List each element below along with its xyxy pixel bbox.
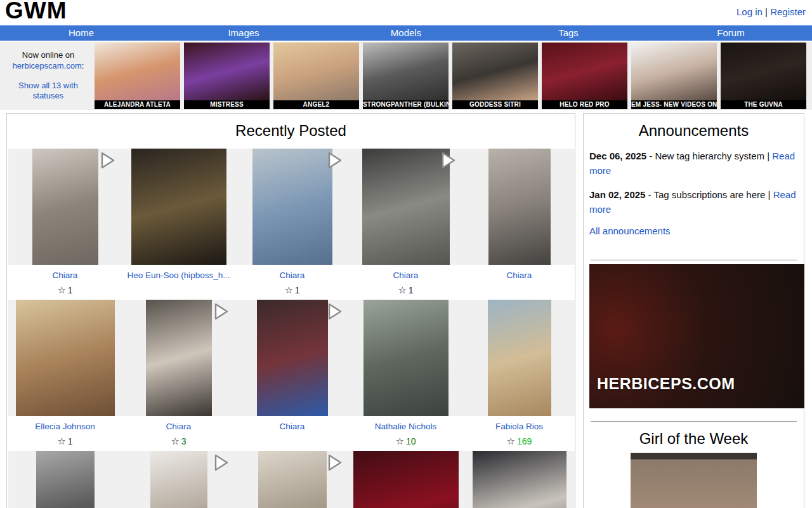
model-name-link[interactable]: Chiara <box>53 271 78 280</box>
post-photo[interactable] <box>32 149 98 265</box>
star-icon: ☆ <box>398 284 406 295</box>
post-photo[interactable] <box>363 300 449 416</box>
all-announcements-link[interactable]: All announcements <box>589 225 671 236</box>
online-model-thumb[interactable]: ALEJANDRA ATLETA <box>95 43 180 109</box>
model-name-link[interactable]: Nathalie Nichols <box>375 422 437 431</box>
colon: : <box>82 61 84 70</box>
nav-item[interactable]: Images <box>162 25 325 41</box>
nav-item[interactable]: Models <box>325 25 487 41</box>
online-model-thumb[interactable]: ANGEL2 <box>273 43 359 109</box>
online-model-thumb[interactable]: THE GUVNA <box>721 43 806 109</box>
model-name-link[interactable]: Chiara <box>280 422 305 431</box>
star-count: 1 <box>68 436 73 446</box>
online-model-thumb[interactable]: EM JESS- NEW VIDEOS ON <box>631 43 717 109</box>
post-photo[interactable] <box>488 300 551 416</box>
online-model-photo[interactable] <box>452 43 538 100</box>
recently-posted-title: Recently Posted <box>7 122 575 140</box>
announcement-item: Dec 06, 2025 - New tag hierarchy system … <box>589 149 798 178</box>
play-icon <box>440 150 457 170</box>
post-photo[interactable] <box>150 451 207 508</box>
post-photo[interactable] <box>473 451 566 508</box>
star-count: 1 <box>295 285 300 295</box>
post-photo[interactable] <box>258 451 327 508</box>
play-icon <box>326 150 343 170</box>
star-row <box>122 284 235 296</box>
star-count: 1 <box>409 285 414 295</box>
header: GWM Log in | Register <box>0 0 812 25</box>
model-name-link[interactable]: Heo Eun-Soo (hipboss_h... <box>127 271 230 280</box>
announcement-date: Dec 06, 2025 <box>589 150 646 161</box>
online-model-photo[interactable] <box>721 43 806 100</box>
post-thumb <box>235 451 349 508</box>
star-count: 1 <box>68 285 73 295</box>
post-thumb <box>349 300 462 416</box>
play-icon <box>326 302 343 321</box>
star-icon: ☆ <box>57 284 65 295</box>
online-model-photo[interactable] <box>631 43 717 100</box>
post-thumb <box>235 300 349 416</box>
nav-item[interactable]: Forum <box>650 25 812 41</box>
post-card: Chiara ☆3 <box>122 300 235 447</box>
star-icon: ☆ <box>284 284 292 295</box>
post-photo[interactable] <box>362 149 450 265</box>
post-card: Chiara <box>462 149 576 296</box>
model-name-link[interactable]: Chiara <box>393 271 419 280</box>
online-model-thumb[interactable]: MISTRESS <box>184 43 270 109</box>
post-photo[interactable] <box>257 300 328 416</box>
online-model-name: ALEJANDRA ATLETA <box>95 100 180 109</box>
play-icon <box>213 302 230 321</box>
online-model-photo[interactable] <box>95 43 180 100</box>
post-photo[interactable] <box>146 300 212 416</box>
announcement-text: - New tag hierarchy system | <box>646 150 772 161</box>
model-name-link[interactable]: Chiara <box>507 271 532 280</box>
model-name-link[interactable]: Chiara <box>280 271 305 280</box>
post-photo[interactable] <box>36 451 95 508</box>
post-photo[interactable] <box>252 149 332 265</box>
post-thumb <box>349 451 462 508</box>
post-thumb <box>349 149 462 265</box>
post-card: Chiara <box>235 300 349 447</box>
post-thumb <box>122 300 235 416</box>
model-name-link[interactable]: Ellecia Johnson <box>35 422 95 431</box>
online-model-thumb[interactable]: STRONGPANTHER (BULKIN <box>363 43 449 109</box>
star-row: ☆3 <box>122 436 235 447</box>
register-link[interactable]: Register <box>770 6 806 17</box>
post-card: Nathalie Nichols ☆10 <box>349 300 462 447</box>
online-model-name: THE GUVNA <box>721 100 806 109</box>
post-photo[interactable] <box>16 300 115 416</box>
show-all-statuses-link[interactable]: Show all 13 with statuses <box>18 81 78 101</box>
post-photo[interactable] <box>353 451 459 508</box>
site-logo[interactable]: GWM <box>5 0 67 24</box>
star-count: 3 <box>181 436 187 446</box>
star-row <box>235 436 349 447</box>
online-model-photo[interactable] <box>273 43 359 100</box>
online-model-name: MISTRESS <box>184 100 270 109</box>
sidebar: Announcements Dec 06, 2025 - New tag hie… <box>583 113 804 508</box>
online-model-thumb[interactable]: GODDESS SITRI <box>452 43 538 109</box>
post-photo[interactable] <box>131 149 226 265</box>
model-name-link[interactable]: Fabiola Rios <box>495 422 543 431</box>
herbicepscam-link[interactable]: herbicepscam.com <box>13 61 82 70</box>
star-row: ☆1 <box>349 284 462 296</box>
nav-item[interactable]: Home <box>0 25 162 41</box>
post-card: Fabiola Rios ☆169 <box>462 300 576 447</box>
herbiceps-ad-banner[interactable]: HERBICEPS.COM <box>589 264 804 408</box>
online-model-photo[interactable] <box>363 43 449 100</box>
announcements-list: Dec 06, 2025 - New tag hierarchy system … <box>589 149 798 217</box>
online-model-thumb[interactable]: HELO RED PRO <box>542 43 627 109</box>
star-count: 10 <box>406 436 416 446</box>
star-row <box>462 284 576 296</box>
girl-of-week-photo[interactable] <box>631 453 757 508</box>
online-model-photo[interactable] <box>184 43 270 100</box>
login-link[interactable]: Log in <box>737 6 763 17</box>
online-model-photo[interactable] <box>542 43 627 100</box>
model-name-link[interactable]: Chiara <box>166 422 192 431</box>
online-thumbs: ALEJANDRA ATLETA MISTRESS ANGEL2 STRONGP… <box>95 43 806 109</box>
play-icon <box>99 150 116 170</box>
nav-item[interactable]: Tags <box>487 25 650 41</box>
online-model-name: GODDESS SITRI <box>452 100 538 109</box>
post-photo[interactable] <box>488 149 551 265</box>
star-row: ☆1 <box>235 284 349 296</box>
online-model-name: STRONGPANTHER (BULKIN <box>363 100 449 109</box>
announcement-date: Jan 02, 2025 <box>589 189 645 200</box>
